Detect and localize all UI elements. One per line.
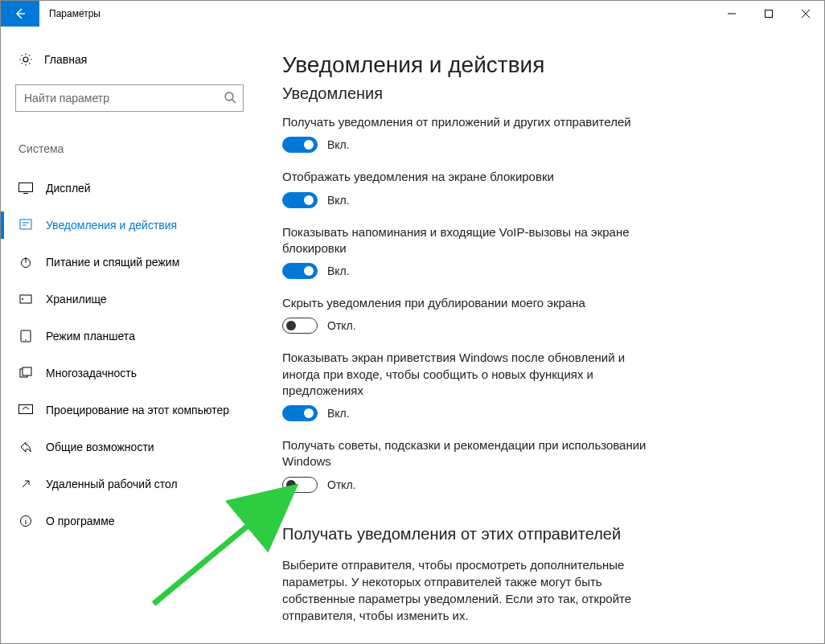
toggle-state: Вкл. bbox=[327, 407, 350, 420]
home-label: Главная bbox=[44, 53, 87, 66]
maximize-button[interactable] bbox=[750, 1, 787, 27]
page-title: Уведомления и действия bbox=[282, 52, 800, 78]
sidebar-item-power[interactable]: Питание и спящий режим bbox=[15, 244, 244, 281]
close-button[interactable] bbox=[787, 1, 824, 27]
sidebar-item-projecting[interactable]: Проецирование на этот компьютер bbox=[15, 392, 244, 429]
back-button[interactable] bbox=[1, 1, 39, 27]
sidebar-item-about[interactable]: О программе bbox=[15, 502, 244, 539]
home-link[interactable]: Главная bbox=[15, 47, 244, 76]
category-label: Система bbox=[15, 142, 244, 155]
setting-label: Показывать экран приветствия Windows пос… bbox=[282, 350, 652, 399]
svg-rect-2 bbox=[19, 183, 33, 192]
toggle-tips[interactable] bbox=[282, 477, 318, 493]
sidebar-item-display[interactable]: Дисплей bbox=[15, 170, 244, 207]
toggle-state: Вкл. bbox=[327, 138, 350, 151]
svg-rect-3 bbox=[20, 219, 31, 229]
shared-icon bbox=[18, 441, 33, 453]
window-title: Параметры bbox=[39, 1, 110, 27]
setting-welcome-screen: Показывать экран приветствия Windows пос… bbox=[282, 350, 652, 421]
toggle-lockscreen-notifications[interactable] bbox=[282, 192, 318, 208]
setting-label: Отображать уведомления на экране блокиро… bbox=[282, 169, 652, 185]
sidebar-item-label: Дисплей bbox=[46, 182, 91, 195]
toggle-voip-reminders[interactable] bbox=[282, 263, 318, 279]
sidebar-item-label: Хранилище bbox=[46, 293, 107, 306]
setting-lockscreen-notifications: Отображать уведомления на экране блокиро… bbox=[282, 169, 652, 207]
toggle-apps-notifications[interactable] bbox=[282, 137, 318, 153]
remote-icon bbox=[18, 478, 33, 490]
arrow-left-icon bbox=[14, 7, 27, 20]
toggle-state: Вкл. bbox=[327, 194, 350, 207]
toggle-state: Откл. bbox=[327, 319, 356, 332]
svg-point-1 bbox=[225, 92, 233, 100]
svg-rect-11 bbox=[19, 405, 33, 414]
tablet-icon bbox=[18, 330, 33, 343]
sidebar-item-tablet[interactable]: Режим планшета bbox=[15, 318, 244, 355]
power-icon bbox=[18, 256, 33, 269]
sidebar-item-remote[interactable]: Удаленный рабочий стол bbox=[15, 466, 244, 502]
section-heading: Уведомления bbox=[282, 84, 800, 103]
minimize-icon bbox=[728, 10, 736, 18]
svg-point-6 bbox=[22, 298, 23, 300]
setting-label: Скрыть уведомления при дублировании моег… bbox=[282, 295, 652, 311]
setting-label: Показывать напоминания и входящие VoIP-в… bbox=[282, 224, 652, 257]
sidebar: Главная Найти параметр Система Дисплей У… bbox=[1, 27, 258, 643]
multitask-icon bbox=[18, 367, 33, 379]
toggle-state: Вкл. bbox=[327, 265, 350, 277]
toggle-welcome-screen[interactable] bbox=[282, 405, 318, 421]
sidebar-item-shared[interactable]: Общие возможности bbox=[15, 429, 244, 466]
svg-point-8 bbox=[25, 339, 27, 341]
main-content: Уведомления и действия Уведомления Получ… bbox=[258, 27, 824, 643]
notifications-icon bbox=[18, 219, 33, 232]
minimize-button[interactable] bbox=[713, 1, 750, 27]
sidebar-item-label: Многозадачность bbox=[46, 367, 137, 379]
info-icon bbox=[18, 515, 33, 527]
close-icon bbox=[802, 10, 810, 18]
setting-tips: Получать советы, подсказки и рекомендаци… bbox=[282, 437, 652, 493]
sidebar-item-label: Уведомления и действия bbox=[46, 219, 177, 232]
titlebar: Параметры bbox=[1, 1, 824, 27]
sidebar-item-notifications[interactable]: Уведомления и действия bbox=[15, 207, 244, 244]
nav: Дисплей Уведомления и действия Питание и… bbox=[15, 170, 244, 539]
setting-apps-notifications: Получать уведомления от приложений и дру… bbox=[282, 114, 652, 153]
svg-rect-10 bbox=[23, 367, 31, 375]
search-icon bbox=[224, 91, 236, 106]
gear-icon bbox=[18, 52, 33, 67]
setting-label: Получать уведомления от приложений и дру… bbox=[282, 114, 652, 130]
display-icon bbox=[18, 183, 33, 194]
setting-label: Получать советы, подсказки и рекомендаци… bbox=[282, 437, 652, 470]
setting-hide-duplicating: Скрыть уведомления при дублировании моег… bbox=[282, 295, 652, 334]
projecting-icon bbox=[18, 404, 33, 416]
sidebar-item-label: Режим планшета bbox=[46, 330, 135, 343]
toggle-hide-duplicating[interactable] bbox=[282, 318, 318, 334]
setting-voip-reminders: Показывать напоминания и входящие VoIP-в… bbox=[282, 224, 652, 280]
senders-heading: Получать уведомления от этих отправителе… bbox=[282, 525, 652, 544]
sidebar-item-label: Общие возможности bbox=[46, 441, 154, 453]
search-placeholder: Найти параметр bbox=[24, 92, 224, 105]
svg-rect-0 bbox=[765, 10, 773, 18]
sidebar-item-label: Проецирование на этот компьютер bbox=[46, 404, 229, 416]
storage-icon bbox=[18, 293, 33, 306]
search-input[interactable]: Найти параметр bbox=[15, 84, 244, 112]
sidebar-item-multitask[interactable]: Многозадачность bbox=[15, 355, 244, 392]
sidebar-item-label: О программе bbox=[46, 515, 115, 527]
toggle-state: Откл. bbox=[327, 478, 356, 491]
maximize-icon bbox=[765, 10, 773, 18]
sidebar-item-label: Питание и спящий режим bbox=[46, 256, 179, 269]
sidebar-item-label: Удаленный рабочий стол bbox=[46, 478, 178, 490]
sidebar-item-storage[interactable]: Хранилище bbox=[15, 281, 244, 318]
senders-text: Выберите отправителя, чтобы просмотреть … bbox=[282, 556, 652, 624]
